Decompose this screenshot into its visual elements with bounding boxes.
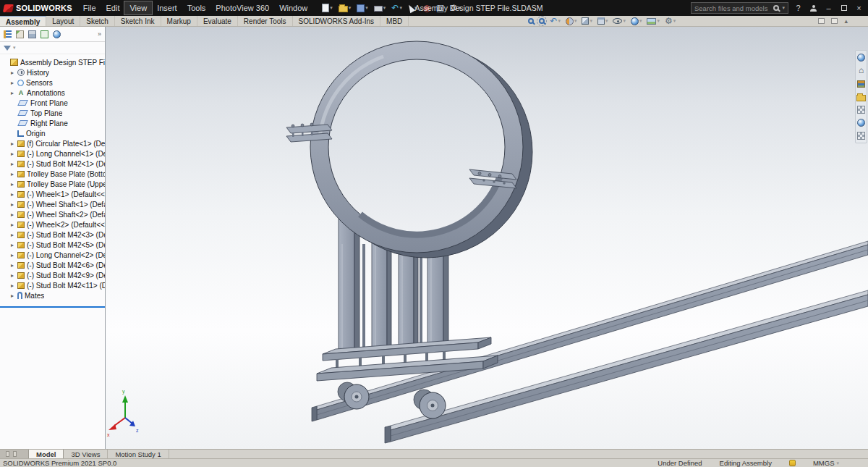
previous-view-icon[interactable]: ↶▾	[550, 17, 561, 25]
save-icon[interactable]: ▾	[354, 3, 370, 14]
minimize-icon[interactable]: –	[821, 0, 836, 16]
tree-item[interactable]: ▸(-) Stud Bolt M42<11> (Default<	[0, 280, 105, 290]
tree-item[interactable]: Right Plane	[0, 118, 105, 128]
restore-icon[interactable]	[836, 0, 851, 16]
expand-arrow-icon[interactable]: ▸	[9, 171, 15, 177]
tree-item[interactable]: ▸(f) Circular Plate<1> (Default<<D	[0, 138, 105, 148]
view-orientation-icon[interactable]: ▾	[582, 17, 592, 25]
solidworks-resources-icon[interactable]	[856, 53, 867, 62]
menu-photoview-360[interactable]: PhotoView 360	[210, 1, 274, 14]
new-document-caret-icon[interactable]: ▾	[330, 5, 333, 11]
custom-properties-icon[interactable]	[856, 131, 867, 140]
tree-item[interactable]: ▸Sensors	[0, 77, 105, 88]
open-icon[interactable]: ▾	[336, 2, 354, 14]
displaymanager-tab-icon[interactable]	[53, 30, 61, 38]
tab-evaluate[interactable]: Evaluate	[197, 16, 238, 26]
new-document-icon[interactable]: ▾	[320, 2, 335, 14]
tree-item[interactable]: ▸History	[0, 67, 105, 77]
help-icon[interactable]: ?	[791, 0, 806, 16]
expand-arrow-icon[interactable]: ▸	[9, 161, 15, 167]
view-orientation-caret-icon[interactable]: ▾	[590, 18, 592, 24]
hide-show-items-icon[interactable]: ▾	[613, 18, 626, 24]
search-dropdown-icon[interactable]: ▾	[782, 5, 785, 11]
view-settings-icon[interactable]: ⚙▾	[665, 17, 676, 25]
tree-item[interactable]: ▸(-) Wheel Shaft<1> (Default<<De	[0, 199, 105, 209]
undo-caret-icon[interactable]: ▾	[399, 5, 402, 11]
close-icon[interactable]: ×	[851, 0, 867, 16]
graphics-viewport[interactable]: y x z ⌂	[106, 27, 868, 449]
tree-item[interactable]: ▸(-) Long Channel<2> (Default<<	[0, 250, 105, 260]
zoom-area-icon[interactable]	[539, 18, 545, 24]
tab-render-tools[interactable]: Render Tools	[238, 16, 293, 26]
undo-icon[interactable]: ↶▾	[389, 2, 404, 14]
expand-arrow-icon[interactable]: ▸	[9, 90, 15, 96]
units-selector[interactable]: MMGS ▾	[813, 459, 839, 467]
tree-item[interactable]: ▸(-) Wheel Shaft<2> (Default<<De	[0, 209, 105, 219]
zoom-to-fit-icon[interactable]	[528, 18, 534, 24]
view-palette-icon[interactable]	[856, 105, 867, 114]
expand-arrow-icon[interactable]: ▸	[9, 282, 15, 289]
sign-in-icon[interactable]	[806, 0, 821, 16]
doc-tab-model[interactable]: Model	[29, 450, 64, 458]
apply-scene-caret-icon[interactable]: ▾	[657, 18, 660, 24]
ribbon-pin-icon[interactable]	[831, 18, 838, 24]
trolley-base-plate-bottom[interactable]	[317, 355, 498, 381]
home-icon[interactable]: ⌂	[856, 66, 867, 75]
display-style-caret-icon[interactable]: ▾	[605, 18, 608, 24]
display-style-icon[interactable]: ▾	[597, 17, 608, 25]
tab-sketch[interactable]: Sketch	[80, 16, 115, 26]
menu-edit[interactable]: Edit	[101, 1, 125, 14]
tab-markup[interactable]: Markup	[161, 16, 197, 26]
menu-view[interactable]: View	[124, 1, 152, 14]
filter-icon[interactable]	[4, 46, 11, 51]
propertymanager-tab-icon[interactable]	[16, 30, 24, 38]
menu-file[interactable]: File	[78, 1, 101, 14]
hide-show-items-caret-icon[interactable]: ▾	[623, 18, 626, 24]
tab-solidworks-add-ins[interactable]: SOLIDWORKS Add-Ins	[293, 16, 380, 26]
expand-arrow-icon[interactable]: ▸	[9, 293, 15, 299]
tree-item[interactable]: ▸(-) Stud Bolt M42<9> (Default<<	[0, 270, 105, 280]
panel-splitter[interactable]	[0, 306, 105, 308]
search-icon[interactable]	[773, 5, 779, 11]
search-box[interactable]: Search files and models ▾	[691, 2, 788, 14]
tree-item[interactable]: Front Plane	[0, 98, 105, 108]
tab-mbd[interactable]: MBD	[380, 16, 409, 26]
tab-layout[interactable]: Layout	[46, 16, 80, 26]
tree-item[interactable]: ▸(-) Long Channel<1> (Default<<D	[0, 148, 105, 159]
tree-item[interactable]: ▸(-) Stud Bolt M42<5> (Default<<	[0, 240, 105, 250]
ribbon-collapse-icon[interactable]: ▴	[844, 17, 848, 25]
previous-view-caret-icon[interactable]: ▾	[558, 18, 561, 24]
expand-arrow-icon[interactable]: ▸	[9, 222, 15, 228]
quick-tips-icon[interactable]	[789, 460, 796, 466]
expand-arrow-icon[interactable]: ▸	[9, 191, 15, 198]
save-caret-icon[interactable]: ▾	[365, 5, 368, 11]
tree-item[interactable]: ▸Trolley Base Plate (Upper)<1> (De	[0, 179, 105, 189]
expand-arrow-icon[interactable]: ▸	[9, 70, 15, 76]
expand-arrow-icon[interactable]: ▸	[9, 262, 15, 269]
tree-item[interactable]: Assembly Design STEP File (Default<D	[0, 57, 105, 67]
doc-tab-3d-views[interactable]: 3D Views	[64, 450, 108, 458]
model-3d[interactable]: y x z	[106, 27, 868, 449]
tab-scroll-area[interactable]	[0, 450, 29, 458]
tree-item[interactable]: ▸(-) Stud Bolt M42<6> (Default<<	[0, 260, 105, 270]
tree-item[interactable]: ▸(-) Wheel<2> (Default<<Default>	[0, 219, 105, 230]
expand-arrow-icon[interactable]: ▸	[9, 151, 15, 157]
menu-window[interactable]: Window	[274, 1, 312, 14]
tree-item[interactable]: ▸Trolley Base Plate (Bottom)<1> (D	[0, 169, 105, 179]
pane-toggle-icon[interactable]	[818, 18, 825, 24]
tree-item[interactable]: ▸Mates	[0, 290, 105, 300]
open-caret-icon[interactable]: ▾	[349, 5, 352, 11]
expand-arrow-icon[interactable]: ▸	[9, 201, 15, 208]
filter-dropdown-icon[interactable]: ▾	[13, 45, 16, 51]
section-view-caret-icon[interactable]: ▾	[574, 18, 577, 24]
doc-tab-motion-study-1[interactable]: Motion Study 1	[108, 450, 169, 458]
panel-tabs-overflow-icon[interactable]: »	[98, 30, 101, 38]
dimxpertmanager-tab-icon[interactable]	[41, 30, 48, 38]
expand-arrow-icon[interactable]: ▸	[9, 80, 15, 86]
expand-arrow-icon[interactable]: ▸	[9, 272, 15, 279]
section-view-icon[interactable]: ▾	[566, 17, 577, 25]
expand-arrow-icon[interactable]: ▸	[9, 140, 15, 147]
apply-scene-icon[interactable]: ▾	[647, 18, 660, 25]
edit-appearance-icon[interactable]: ▾	[631, 17, 642, 25]
print-icon[interactable]: ▾	[372, 3, 388, 13]
